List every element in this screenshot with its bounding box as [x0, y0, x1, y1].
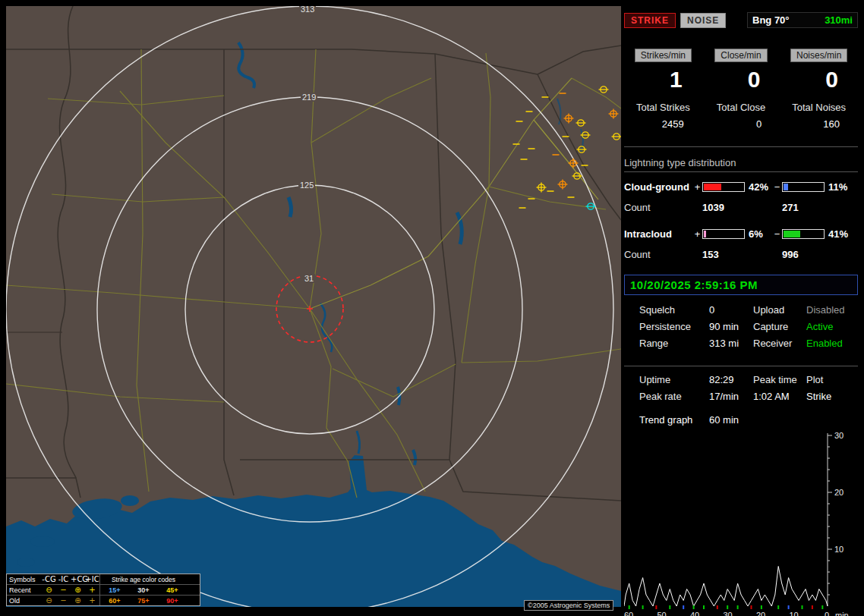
total-noises-value: 160	[780, 118, 858, 130]
pos-ic-icon: +	[85, 586, 99, 594]
age-60: 60+	[100, 597, 129, 605]
ic-positive-pct: 6%	[745, 228, 772, 240]
strike-mode-button[interactable]: STRIKE	[624, 13, 676, 28]
cg-positive-count: 1039	[702, 202, 772, 213]
svg-text:60: 60	[624, 611, 633, 616]
neg-cg-icon: ⊖	[42, 586, 56, 594]
squelch-value: 0	[709, 304, 753, 316]
intracloud-row: Intracloud + 6% − 41%	[624, 225, 858, 242]
age-30: 30+	[129, 586, 158, 594]
cloud-ground-row: Cloud-ground + 42% − 11%	[624, 178, 858, 195]
trend-header: Trend graph 60 min	[624, 414, 858, 426]
cg-positive-pct: 42%	[745, 181, 772, 193]
trend-window-value: 60 min	[709, 414, 858, 426]
cursor-range-value: 310mi	[825, 14, 853, 26]
range-value: 313 mi	[709, 338, 753, 349]
legend-age-title: Strike age color codes	[100, 576, 187, 583]
svg-text:0: 0	[825, 611, 829, 616]
trend-graph-label: Trend graph	[639, 414, 709, 426]
cg-negative-pct: 11%	[825, 181, 858, 193]
strikes-per-min-button[interactable]: Strikes/min	[635, 49, 692, 62]
svg-text:30: 30	[723, 611, 732, 616]
plus-sign: +	[692, 181, 702, 193]
datetime-display: 10/20/2025 2:59:16 PM	[624, 275, 858, 295]
pos-cg-old-icon: ⊕	[71, 596, 85, 605]
persistence-label: Persistence	[639, 321, 709, 332]
cg-negative-count: 271	[782, 202, 858, 213]
divider	[624, 146, 858, 147]
noise-mode-button[interactable]: NOISE	[680, 13, 726, 28]
receiver-settings: Squelch 0 Upload Disabled Persistence 90…	[624, 304, 858, 349]
count-label: Count	[624, 249, 692, 260]
plot-label: Plot	[806, 374, 858, 385]
nexstorm-window: 313 219 125 31 Symbols -CG -IC +CG +IC S…	[0, 0, 864, 616]
svg-text:30: 30	[834, 432, 844, 440]
legend-old-label: Old	[7, 597, 42, 605]
ic-positive-bar	[702, 229, 745, 239]
cloud-ground-count-row: Count 1039 271	[624, 198, 858, 216]
sidebar: STRIKE NOISE Bng 70° 310mi Strikes/min 1…	[624, 6, 858, 610]
legend-symbols-label: Symbols	[7, 576, 42, 583]
legend-col-pic: +IC	[85, 575, 99, 583]
total-close-value: 0	[702, 118, 780, 130]
neg-cg-old-icon: ⊖	[42, 596, 56, 605]
noises-rate-value: 0	[780, 67, 858, 93]
rate-statistics: Strikes/min 1 Total Strikes 2459 Close/m…	[624, 48, 858, 130]
svg-text:min: min	[835, 611, 849, 616]
age-15: 15+	[100, 586, 129, 594]
plus-sign: +	[692, 228, 702, 240]
cloud-ground-label: Cloud-ground	[624, 181, 692, 193]
legend-col-ncg: -CG	[42, 575, 56, 583]
bearing-range-panel: Bng 70° 310mi	[747, 12, 858, 28]
legend-header-row: Symbols -CG -IC +CG +IC Strike age color…	[7, 574, 200, 585]
capture-label: Capture	[753, 321, 806, 332]
upload-status: Disabled	[806, 304, 858, 316]
intracloud-count-row: Count 153 996	[624, 245, 858, 263]
uptime-label: Uptime	[639, 374, 709, 385]
cg-positive-bar	[702, 182, 745, 192]
upload-label: Upload	[753, 304, 806, 316]
receiver-label: Receiver	[753, 338, 806, 349]
neg-ic-icon: −	[56, 586, 71, 594]
bearing-value: Bng 70°	[752, 14, 790, 26]
total-noises-label: Total Noises	[780, 102, 858, 113]
age-90: 90+	[158, 597, 187, 605]
uptime-value: 82:29	[709, 374, 753, 385]
svg-text:20: 20	[756, 611, 765, 616]
noises-per-min-button[interactable]: Noises/min	[790, 49, 847, 62]
strikes-column: Strikes/min 1 Total Strikes 2459	[624, 48, 702, 130]
ic-negative-pct: 41%	[825, 228, 858, 240]
cg-negative-bar	[782, 182, 825, 192]
minus-sign: −	[772, 228, 782, 240]
persistence-value: 90 min	[709, 321, 753, 332]
legend-old-row: Old ⊖ − ⊕ + 60+ 75+ 90+	[7, 596, 200, 605]
svg-text:10: 10	[789, 611, 798, 616]
receiver-status: Enabled	[806, 338, 858, 349]
close-per-min-button[interactable]: Close/min	[714, 49, 767, 62]
neg-ic-old-icon: −	[56, 596, 71, 605]
age-45: 45+	[158, 586, 187, 594]
map-canvas	[6, 6, 621, 607]
peak-rate-label: Peak rate	[639, 391, 709, 402]
map-legend: Symbols -CG -IC +CG +IC Strike age color…	[6, 574, 200, 606]
divider	[624, 366, 858, 366]
copyright: ©2005 Astrogenic Systems	[524, 600, 613, 611]
close-column: Close/min 0 Total Close 0	[702, 48, 780, 130]
intracloud-label: Intracloud	[624, 228, 692, 240]
mode-toolbar: STRIKE NOISE Bng 70° 310mi	[624, 12, 858, 28]
total-strikes-value: 2459	[624, 118, 702, 130]
minus-sign: −	[772, 181, 782, 193]
plot-mode-value: Strike	[806, 391, 858, 402]
legend-recent-row: Recent ⊖ − ⊕ + 15+ 30+ 45+	[7, 585, 200, 596]
legend-recent-label: Recent	[7, 586, 42, 594]
strikes-rate-value: 1	[624, 67, 702, 93]
pos-cg-icon: ⊕	[71, 586, 85, 594]
distribution-title: Lightning type distribution	[624, 157, 858, 172]
svg-text:20: 20	[834, 488, 844, 497]
peak-time-value: 1:02 AM	[753, 391, 806, 402]
total-strikes-label: Total Strikes	[624, 102, 702, 113]
peak-rate-value: 17/min	[709, 391, 753, 402]
lightning-map[interactable]: 313 219 125 31 Symbols -CG -IC +CG +IC S…	[6, 6, 621, 607]
session-stats: Uptime 82:29 Peak time Plot Peak rate 17…	[624, 374, 858, 402]
legend-col-pcg: +CG	[71, 575, 85, 583]
